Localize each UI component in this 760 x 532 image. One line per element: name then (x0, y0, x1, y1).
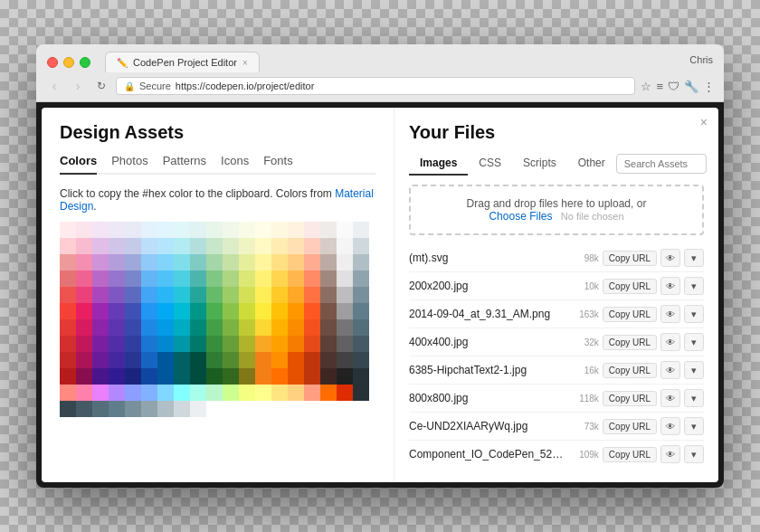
tab-photos[interactable]: Photos (111, 154, 147, 173)
color-swatch[interactable] (255, 352, 271, 368)
copy-url-button[interactable]: Copy URL (603, 307, 657, 322)
color-swatch[interactable] (353, 336, 369, 352)
color-swatch[interactable] (223, 385, 239, 401)
color-swatch[interactable] (223, 319, 239, 336)
color-swatch[interactable] (320, 271, 337, 287)
color-swatch[interactable] (271, 385, 288, 401)
color-swatch[interactable] (288, 254, 304, 271)
color-swatch[interactable] (255, 303, 271, 319)
color-swatch[interactable] (125, 287, 141, 303)
tab-icons[interactable]: Icons (221, 154, 249, 173)
copy-url-button[interactable]: Copy URL (603, 419, 657, 434)
color-swatch[interactable] (141, 287, 157, 303)
minimize-window-button[interactable] (63, 57, 74, 68)
color-swatch[interactable] (174, 401, 190, 417)
color-swatch[interactable] (92, 271, 109, 287)
color-swatch[interactable] (337, 303, 353, 319)
color-swatch[interactable] (157, 352, 174, 368)
color-swatch[interactable] (353, 368, 369, 385)
color-swatch[interactable] (60, 238, 76, 254)
color-swatch[interactable] (60, 303, 76, 319)
color-swatch[interactable] (92, 287, 109, 303)
color-swatch[interactable] (271, 287, 288, 303)
forward-button[interactable]: › (69, 77, 87, 95)
color-swatch[interactable] (255, 238, 271, 254)
color-swatch[interactable] (255, 271, 271, 287)
color-swatch[interactable] (92, 319, 109, 336)
color-swatch[interactable] (353, 254, 369, 271)
chevron-down-icon-button[interactable]: ▾ (684, 333, 704, 351)
color-swatch[interactable] (288, 271, 304, 287)
color-swatch[interactable] (157, 401, 174, 417)
color-swatch[interactable] (206, 319, 223, 336)
color-swatch[interactable] (76, 352, 92, 368)
color-swatch[interactable] (190, 271, 206, 287)
color-swatch[interactable] (60, 352, 76, 368)
color-swatch[interactable] (109, 254, 125, 271)
color-swatch[interactable] (206, 385, 223, 401)
color-swatch[interactable] (239, 385, 255, 401)
tab-other[interactable]: Other (567, 152, 616, 176)
color-swatch[interactable] (223, 222, 239, 238)
color-swatch[interactable] (60, 271, 76, 287)
color-swatch[interactable] (157, 368, 174, 385)
bookmark-icon[interactable]: ☆ (641, 80, 651, 93)
color-swatch[interactable] (60, 385, 76, 401)
color-swatch[interactable] (337, 352, 353, 368)
color-swatch[interactable] (174, 385, 190, 401)
color-swatch[interactable] (92, 222, 109, 238)
chevron-down-icon-button[interactable]: ▾ (684, 277, 704, 295)
color-swatch[interactable] (109, 368, 125, 385)
color-swatch[interactable] (271, 271, 288, 287)
color-swatch[interactable] (60, 254, 76, 271)
back-button[interactable]: ‹ (45, 77, 63, 95)
color-swatch[interactable] (239, 319, 255, 336)
color-swatch[interactable] (141, 385, 157, 401)
tab-scripts[interactable]: Scripts (512, 152, 567, 176)
eye-icon-button[interactable]: 👁 (660, 249, 680, 267)
color-swatch[interactable] (92, 401, 109, 417)
color-swatch[interactable] (255, 319, 271, 336)
color-swatch[interactable] (239, 271, 255, 287)
chevron-down-icon-button[interactable]: ▾ (684, 417, 704, 435)
color-swatch[interactable] (206, 352, 223, 368)
color-swatch[interactable] (109, 385, 125, 401)
eye-icon-button[interactable]: 👁 (660, 277, 680, 295)
color-swatch[interactable] (174, 222, 190, 238)
color-swatch[interactable] (190, 368, 206, 385)
color-swatch[interactable] (109, 271, 125, 287)
color-swatch[interactable] (76, 401, 92, 417)
color-swatch[interactable] (239, 222, 255, 238)
color-swatch[interactable] (174, 287, 190, 303)
chevron-down-icon-button[interactable]: ▾ (684, 249, 704, 267)
color-swatch[interactable] (206, 271, 223, 287)
color-swatch[interactable] (109, 303, 125, 319)
color-swatch[interactable] (223, 271, 239, 287)
color-swatch[interactable] (206, 336, 223, 352)
tab-images[interactable]: Images (409, 152, 468, 176)
color-swatch[interactable] (92, 336, 109, 352)
color-swatch[interactable] (206, 303, 223, 319)
color-swatch[interactable] (239, 352, 255, 368)
color-swatch[interactable] (190, 303, 206, 319)
color-swatch[interactable] (76, 319, 92, 336)
color-swatch[interactable] (337, 336, 353, 352)
color-swatch[interactable] (109, 287, 125, 303)
color-swatch[interactable] (271, 254, 288, 271)
chevron-down-icon-button[interactable]: ▾ (684, 389, 704, 407)
color-swatch[interactable] (60, 401, 76, 417)
color-swatch[interactable] (125, 385, 141, 401)
color-swatch[interactable] (353, 303, 369, 319)
color-swatch[interactable] (320, 287, 337, 303)
close-panel-button[interactable]: × (700, 115, 708, 129)
color-swatch[interactable] (190, 287, 206, 303)
color-swatch[interactable] (288, 319, 304, 336)
color-swatch[interactable] (337, 385, 353, 401)
eye-icon-button[interactable]: 👁 (660, 361, 680, 379)
color-swatch[interactable] (304, 352, 320, 368)
color-swatch[interactable] (320, 352, 337, 368)
color-swatch[interactable] (288, 336, 304, 352)
color-swatch[interactable] (190, 254, 206, 271)
color-swatch[interactable] (239, 287, 255, 303)
color-swatch[interactable] (157, 238, 174, 254)
